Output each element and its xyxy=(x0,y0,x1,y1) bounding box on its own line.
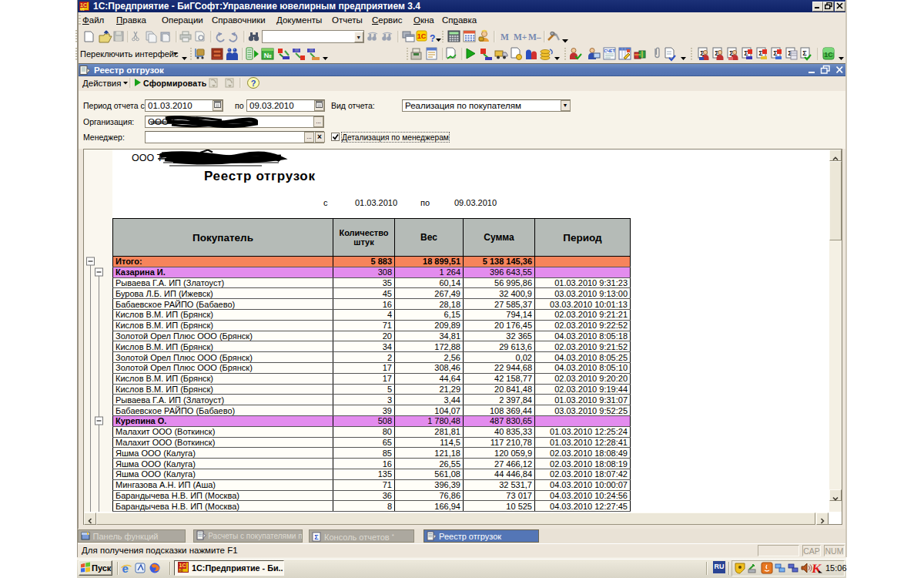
svg-text:Σ: Σ xyxy=(314,533,319,541)
svg-text:e: e xyxy=(122,562,129,574)
